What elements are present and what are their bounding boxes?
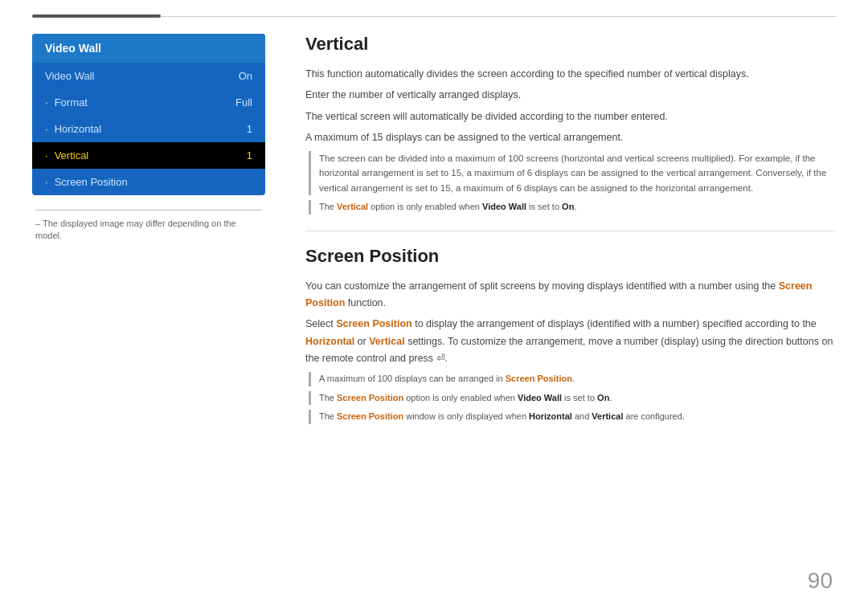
sidebar-note-text: – The displayed image may differ dependi…: [35, 219, 236, 240]
sidebar-item-format[interactable]: · Format Full: [32, 89, 265, 116]
vertical-para-1: This function automatically divides the …: [305, 66, 836, 83]
sidebar-divider: [35, 210, 262, 210]
screen-pos-note-1: A maximum of 100 displays can be arrange…: [309, 372, 836, 386]
section-screen-position-title: Screen Position: [305, 246, 836, 267]
highlight-screen-position-2: Screen Position: [336, 318, 411, 329]
vertical-note-long: The screen can be divided into a maximum…: [309, 151, 836, 195]
sidebar-menu: Video Wall Video Wall On · Format Full ·: [32, 34, 265, 195]
vertical-para-4: A maximum of 15 displays can be assigned…: [305, 129, 836, 146]
sidebar-item-screen-position[interactable]: · Screen Position: [32, 169, 265, 195]
highlight-screen-position-note2: Screen Position: [337, 393, 403, 403]
highlight-videowall: Video Wall: [482, 202, 526, 211]
content-area: Vertical This function automatically div…: [289, 34, 836, 440]
screen-pos-note-1-text: A maximum of 100 displays can be arrange…: [319, 372, 836, 386]
sidebar-item-value: 1: [247, 149, 252, 161]
screen-pos-note-2: The Screen Position option is only enabl…: [309, 391, 836, 406]
section-vertical: Vertical This function automatically div…: [305, 34, 836, 215]
highlight-screen-position-note1: Screen Position: [506, 374, 572, 383]
sidebar-item-value: Full: [235, 96, 252, 108]
sidebar-item-label: · Vertical: [45, 149, 88, 161]
highlight-screen-position-1: Screen Position: [305, 280, 812, 309]
screen-pos-para-2: Select Screen Position to display the ar…: [305, 316, 836, 367]
highlight-horizontal: Horizontal: [305, 336, 354, 347]
sidebar-item-text: Horizontal: [55, 123, 102, 135]
highlight-on: On: [562, 202, 574, 211]
vertical-para-2: Enter the number of vertically arranged …: [305, 87, 836, 104]
top-bar-line: [161, 16, 836, 17]
section-divider: [305, 231, 836, 231]
highlight-vertical-2: Vertical: [369, 336, 404, 347]
vertical-note-short: The Vertical option is only enabled when…: [309, 200, 836, 215]
highlight-vertical: Vertical: [337, 202, 368, 211]
top-bar-accent-line: [32, 14, 161, 18]
sidebar-item-value: 1: [247, 123, 252, 135]
section-vertical-title: Vertical: [305, 34, 836, 55]
sidebar-item-text: Format: [55, 96, 88, 108]
top-bar: [0, 0, 868, 18]
sidebar-item-video-wall[interactable]: Video Wall On: [32, 63, 265, 89]
highlight-vertical-3: Vertical: [592, 411, 623, 421]
highlight-on-2: On: [597, 393, 609, 403]
sidebar-item-text: Video Wall: [45, 70, 94, 82]
vertical-para-3: The vertical screen will automatically b…: [305, 108, 836, 125]
sidebar-item-value: On: [239, 70, 252, 82]
main-content: Video Wall Video Wall On · Format Full ·: [0, 18, 868, 456]
screen-pos-para-1: You can customize the arrangement of spl…: [305, 278, 836, 313]
sidebar-item-vertical[interactable]: · Vertical 1: [32, 142, 265, 169]
screen-pos-note-3-text: The Screen Position window is only displ…: [319, 410, 836, 424]
sidebar-item-text: Vertical: [55, 149, 89, 161]
screen-pos-note-3: The Screen Position window is only displ…: [309, 410, 836, 424]
sidebar-item-label: · Format: [45, 96, 88, 108]
highlight-videowall-2: Video Wall: [518, 393, 562, 403]
highlight-screen-position-note3: Screen Position: [337, 411, 403, 421]
sidebar-note: – The displayed image may differ dependi…: [32, 210, 265, 241]
sidebar-item-text: Screen Position: [55, 176, 128, 188]
vertical-note-short-text: The Vertical option is only enabled when…: [319, 200, 836, 215]
sidebar-item-label: · Horizontal: [45, 123, 101, 135]
sidebar: Video Wall Video Wall On · Format Full ·: [32, 34, 265, 440]
sidebar-title: Video Wall: [32, 34, 265, 63]
sidebar-item-horizontal[interactable]: · Horizontal 1: [32, 116, 265, 142]
highlight-horizontal-2: Horizontal: [529, 411, 572, 421]
vertical-note-long-text: The screen can be divided into a maximum…: [319, 151, 836, 195]
page-number: 90: [808, 568, 833, 594]
section-screen-position: Screen Position You can customize the ar…: [305, 246, 836, 424]
screen-pos-note-2-text: The Screen Position option is only enabl…: [319, 391, 836, 406]
sidebar-item-label: · Screen Position: [45, 176, 128, 188]
sidebar-item-label: Video Wall: [45, 70, 94, 82]
